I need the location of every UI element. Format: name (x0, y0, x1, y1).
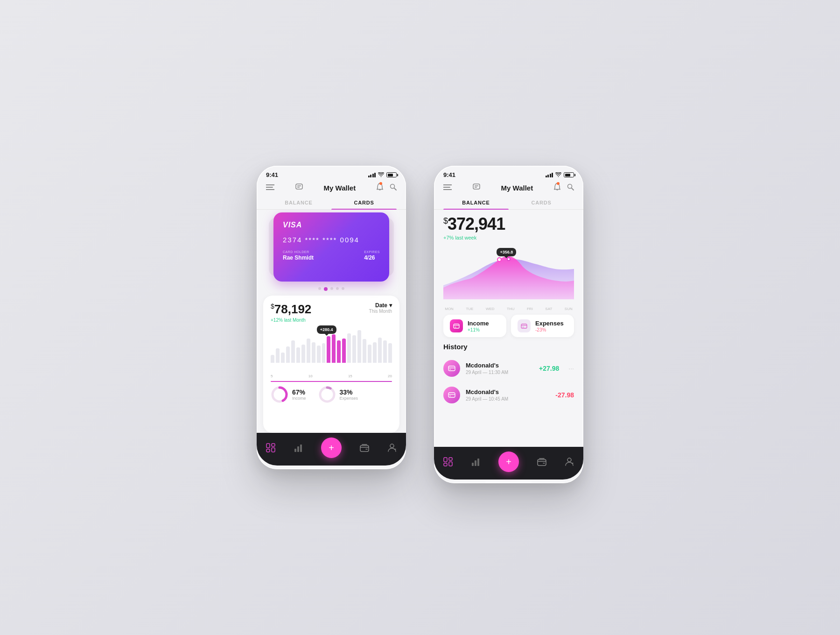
bar-16 (352, 335, 356, 363)
income-stat-name: Income (468, 320, 489, 327)
bar-7 (307, 339, 310, 363)
dot-1 (318, 287, 321, 290)
bar-2 (281, 353, 285, 363)
svg-rect-16 (294, 449, 296, 452)
bar-0 (271, 355, 274, 363)
wifi-icon-1 (378, 172, 384, 178)
battery-icon-2 (564, 172, 574, 177)
status-time-2: 9:41 (443, 171, 455, 178)
expense-stat-pct: -23% (535, 327, 564, 332)
tx-icon-2 (443, 387, 460, 403)
nav-right-2 (554, 183, 574, 192)
income-pct: 67% (292, 388, 306, 396)
tab-bar-2: BALANCE CARDS (434, 196, 583, 210)
tx-info-1: Mcdonald's 29 April — 11:30 AM (466, 362, 533, 375)
visa-card[interactable]: VISA 2374 **** **** 0094 CARD HOLDER Rae… (273, 212, 389, 282)
bar-18 (363, 339, 366, 363)
profile-btn-2[interactable] (565, 457, 574, 466)
tx-amount-2: -27.98 (555, 391, 574, 399)
svg-rect-25 (473, 184, 480, 189)
tx-date-2: 29 April — 10:45 AM (466, 396, 550, 402)
bar-3 (286, 346, 290, 363)
charts-btn-2[interactable] (471, 457, 480, 466)
currency-symbol: $ (271, 303, 274, 310)
chat-icon-2[interactable] (473, 183, 480, 192)
bar-6 (301, 345, 305, 363)
search-icon-2[interactable] (567, 183, 574, 192)
notification-dot-2 (557, 182, 560, 185)
chevron-icon: ▾ (389, 302, 392, 309)
add-button-2[interactable]: + (498, 452, 519, 472)
status-icons-2 (546, 172, 574, 178)
chart-divider (271, 381, 392, 382)
wallet-btn-1[interactable] (360, 443, 369, 452)
tab-cards-1[interactable]: CARDS (331, 196, 397, 209)
card-carousel: VISA 2374 **** **** 0094 CARD HOLDER Rae… (257, 210, 406, 284)
dashboard-btn-2[interactable] (443, 457, 453, 466)
expense-card: Expenses -23% (511, 315, 574, 337)
tab-balance-1[interactable]: BALANCE (266, 196, 331, 209)
wallet-btn-2[interactable] (537, 457, 546, 466)
menu-icon-2[interactable] (443, 184, 452, 192)
status-bar-2: 9:41 (434, 166, 583, 181)
phone2-content: $372,941 +7% last week +356.8 (434, 210, 583, 447)
svg-point-20 (390, 444, 394, 448)
menu-icon-1[interactable] (266, 184, 274, 192)
donut-expense: 33% Expenses (318, 386, 358, 403)
bar-21 (378, 338, 382, 363)
phone1-content: VISA 2374 **** **** 0094 CARD HOLDER Rae… (257, 210, 406, 433)
svg-point-42 (450, 395, 451, 396)
tab-cards-2[interactable]: CARDS (509, 196, 574, 209)
status-icons-1 (368, 172, 397, 178)
date-btn[interactable]: Date ▾ (375, 302, 392, 309)
dot-4 (336, 287, 339, 290)
tx-amount-1: +27.98 (539, 365, 559, 372)
bar-4 (291, 340, 295, 363)
svg-rect-37 (448, 366, 455, 371)
bar-chart: +280.4 (271, 325, 392, 372)
carousel-dots (257, 284, 406, 296)
bottom-nav-2: + (434, 447, 583, 480)
bar-23 (388, 343, 392, 363)
dashboard-btn-1[interactable] (266, 443, 275, 452)
chart-change: +12% last Month (271, 318, 311, 323)
bar-19 (368, 345, 371, 363)
expense-stat-name: Expenses (535, 320, 564, 327)
card-number: 2374 **** **** 0094 (283, 236, 380, 244)
tx-name-2: Mcdonald's (466, 388, 550, 395)
income-info: 67% Income (292, 388, 306, 401)
chart-tooltip: +280.4 (317, 325, 336, 334)
bar-12 (332, 334, 336, 363)
phone-cards: 9:41 (257, 166, 406, 469)
svg-point-10 (320, 388, 334, 402)
expense-icon (518, 319, 531, 332)
chart-section: $78,192 +12% last Month Date ▾ This Mont… (263, 296, 399, 433)
tab-balance-2[interactable]: BALANCE (443, 196, 509, 209)
svg-point-28 (567, 184, 572, 188)
area-chart: +356.8 (434, 243, 583, 304)
svg-rect-49 (477, 459, 479, 466)
bar-22 (383, 340, 387, 363)
tx-info-2: Mcdonald's 29 April — 10:45 AM (466, 388, 550, 402)
svg-rect-14 (272, 444, 275, 446)
chat-icon-1[interactable] (295, 183, 303, 192)
bar-1 (276, 348, 280, 363)
charts-btn-1[interactable] (294, 443, 303, 452)
search-icon-1[interactable] (390, 183, 397, 192)
balance-change: +7% last week (443, 235, 574, 240)
profile-btn-1[interactable] (387, 443, 397, 452)
income-icon (450, 319, 463, 332)
svg-rect-45 (449, 458, 452, 460)
svg-rect-17 (297, 446, 299, 452)
phone-balance: 9:41 (434, 166, 583, 483)
date-selector[interactable]: Date ▾ This Month (369, 302, 392, 314)
tx-name-1: Mcdonald's (466, 362, 533, 369)
chart-balance-info: $78,192 +12% last Month (271, 302, 311, 323)
chart-header: $78,192 +12% last Month Date ▾ This Mont… (271, 302, 392, 323)
tx-dots-1[interactable]: ··· (568, 365, 574, 372)
nav-title-2: My Wallet (501, 184, 533, 192)
dot-2 (324, 287, 328, 291)
add-button-1[interactable]: + (321, 437, 342, 458)
bar-9 (317, 346, 321, 363)
svg-rect-12 (266, 444, 270, 448)
